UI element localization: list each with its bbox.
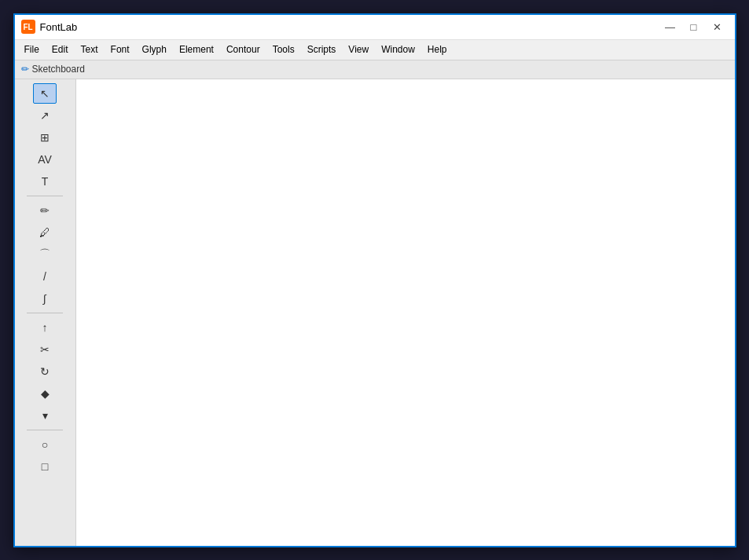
main-window: FL FontLab — □ ✕ FileEditTextFontGlyphEl… bbox=[13, 13, 736, 547]
calligraphy-tool[interactable]: ∫ bbox=[33, 288, 57, 309]
pointer-select-tool[interactable]: ↖ bbox=[33, 83, 57, 104]
maximize-button[interactable]: □ bbox=[683, 18, 705, 35]
menu-item-help[interactable]: Help bbox=[421, 42, 453, 57]
tab-bar: ✏ Sketchboard bbox=[15, 60, 735, 79]
text-tool[interactable]: T bbox=[33, 171, 57, 192]
menu-item-element[interactable]: Element bbox=[173, 42, 220, 57]
transform-tool[interactable]: ⊞ bbox=[33, 127, 57, 148]
contour-select-tool[interactable]: ↻ bbox=[33, 361, 57, 382]
node-select-tool[interactable]: ↗ bbox=[33, 105, 57, 126]
canvas-area bbox=[76, 79, 735, 546]
menu-bar: FileEditTextFontGlyphElementContourTools… bbox=[15, 40, 735, 60]
menu-item-file[interactable]: File bbox=[18, 42, 46, 57]
rapid-pen-tool[interactable]: / bbox=[33, 266, 57, 287]
pencil-tool[interactable]: ✏ bbox=[33, 200, 57, 221]
tab-label: Sketchboard bbox=[32, 64, 85, 75]
sketchboard-icon: ✏ bbox=[21, 64, 29, 75]
brush-tool[interactable]: ⌒ bbox=[33, 244, 57, 265]
toolbar: ↖↗⊞AVT✏🖊⌒/∫↑✂↻◆▾○□ bbox=[15, 79, 76, 546]
pen-tool[interactable]: 🖊 bbox=[33, 222, 57, 243]
app-icon: FL bbox=[21, 20, 35, 34]
tool-separator bbox=[27, 196, 63, 196]
menu-item-view[interactable]: View bbox=[342, 42, 375, 57]
menu-item-edit[interactable]: Edit bbox=[46, 42, 75, 57]
main-area: ↖↗⊞AVT✏🖊⌒/∫↑✂↻◆▾○□ bbox=[15, 79, 735, 546]
kerning-tool[interactable]: AV bbox=[33, 149, 57, 170]
window-controls: — □ ✕ bbox=[659, 18, 729, 35]
scissors-tool[interactable]: ✂ bbox=[33, 339, 57, 360]
tool-separator bbox=[27, 313, 63, 313]
fill-tool[interactable]: ◆ bbox=[33, 383, 57, 404]
menu-item-font[interactable]: Font bbox=[105, 42, 136, 57]
window-title: FontLab bbox=[40, 21, 659, 33]
menu-item-glyph[interactable]: Glyph bbox=[136, 42, 173, 57]
menu-item-tools[interactable]: Tools bbox=[266, 42, 301, 57]
spike-tool[interactable]: ↑ bbox=[33, 317, 57, 338]
title-bar: FL FontLab — □ ✕ bbox=[15, 15, 735, 40]
close-button[interactable]: ✕ bbox=[707, 18, 729, 35]
eyedropper-tool[interactable]: ▾ bbox=[33, 405, 57, 426]
rectangle-tool[interactable]: □ bbox=[33, 456, 57, 477]
menu-item-window[interactable]: Window bbox=[375, 42, 421, 57]
minimize-button[interactable]: — bbox=[659, 18, 681, 35]
menu-item-scripts[interactable]: Scripts bbox=[301, 42, 343, 57]
tool-separator bbox=[27, 430, 63, 430]
menu-item-text[interactable]: Text bbox=[75, 42, 105, 57]
menu-item-contour[interactable]: Contour bbox=[220, 42, 266, 57]
ellipse-tool[interactable]: ○ bbox=[33, 434, 57, 455]
